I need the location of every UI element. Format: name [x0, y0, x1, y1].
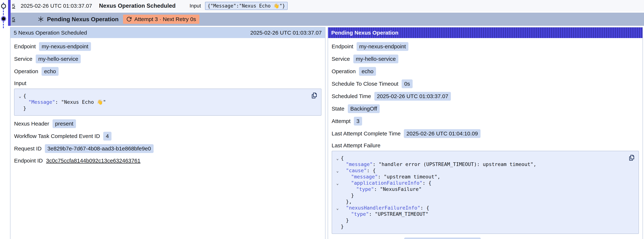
- code-line: "cause": {: [334, 168, 626, 174]
- collapse-chevron-icon[interactable]: [17, 93, 23, 99]
- field-value-badge: 3: [354, 117, 362, 126]
- pending-panel-body: Endpoint my-nexus-endpoint Service my-he…: [328, 38, 643, 239]
- field-scheduled-time: Scheduled Time 2025-02-26 UTC 01:03:37.0…: [332, 92, 639, 101]
- field-state: State BackingOff: [332, 104, 639, 113]
- field-value-badge: echo: [42, 67, 58, 76]
- field-request-id: Request ID 3e829b7e-7d67-4b08-aad3-b1e86…: [14, 144, 322, 153]
- json-key: "cause": [346, 168, 367, 173]
- timeline-current-dot: [1, 16, 6, 22]
- pending-panel-title: Pending Nexus Operation: [331, 30, 398, 36]
- event-row-scheduled[interactable]: 5 2025-02-26 UTC 01:03:37.07 Nexus Opera…: [10, 0, 644, 12]
- json-value: : "upstream timeout",: [378, 174, 440, 180]
- field-label: Workflow Task Completed Event ID: [14, 133, 100, 139]
- code-line: },: [334, 198, 626, 205]
- pending-operation-panel: Pending Nexus Operation Endpoint my-nexu…: [328, 27, 643, 239]
- field-attempt: Attempt 3: [332, 117, 639, 126]
- field-label: Scheduled Time: [332, 93, 371, 99]
- field-label: Endpoint: [14, 43, 36, 50]
- temporal-event-history-view: { "colors": { "accent_indigo": "#4b42d8"…: [0, 0, 644, 239]
- field-value-badge: my-nexus-endpoint: [39, 42, 91, 51]
- field-service: Service my-hello-service: [332, 54, 639, 63]
- scheduled-panel-body: Endpoint my-nexus-endpoint Service my-he…: [10, 38, 325, 169]
- retry-icon: [126, 16, 132, 22]
- json-value: : "handler error (UPSTREAM_TIMEOUT): ups…: [373, 162, 536, 167]
- event-row-pending[interactable]: 5 Pending Nexus Operation Attempt 3 · Ne…: [10, 13, 644, 26]
- field-operation: Operation echo: [332, 67, 639, 76]
- json-value: : {: [420, 205, 429, 211]
- field-label: Attempt: [332, 118, 350, 124]
- field-endpoint-id: Endpoint ID 3c0c75ccfa8144b092c13ce63246…: [14, 157, 322, 165]
- pending-asterisk-icon: [38, 16, 44, 22]
- field-label: Endpoint ID: [14, 158, 43, 164]
- json-value: : "UPSTREAM_TIMEOUT": [369, 211, 428, 217]
- collapse-chevron-icon[interactable]: [334, 205, 341, 211]
- field-value-badge: 4: [103, 132, 112, 140]
- code-line: }: [334, 224, 626, 230]
- event-input-preview-pill[interactable]: {"Message":"Nexus Echo 👋"}: [205, 2, 288, 10]
- retry-badge-text: Attempt 3 · Next Retry 0s: [134, 16, 196, 22]
- pending-event-id-link[interactable]: 5: [12, 16, 15, 22]
- event-id-link[interactable]: 5: [12, 3, 15, 9]
- code-line: "applicationFailureInfo": {: [334, 180, 626, 186]
- field-workflow-task-completed-event-id: Workflow Task Completed Event ID 4: [14, 132, 322, 140]
- field-label: Last Attempt Complete Time: [332, 130, 401, 137]
- json-punctuation: }: [341, 217, 349, 224]
- field-value-badge: 2025-02-26 UTC 01:04:10.09: [404, 129, 480, 138]
- retry-status-badge: Attempt 3 · Next Retry 0s: [123, 15, 199, 24]
- field-label: Service: [14, 56, 32, 62]
- json-key: "type": [351, 211, 369, 217]
- field-value-badge: my-nexus-endpoint: [356, 42, 408, 51]
- json-key: "type": [356, 186, 374, 192]
- field-value-badge: 2025-02-26 UTC 01:03:37.07: [374, 92, 451, 101]
- field-operation: Operation echo: [14, 67, 322, 76]
- code-line: "message": "upstream timeout",: [334, 174, 626, 180]
- field-value-badge: present: [52, 119, 76, 128]
- field-label: Endpoint: [332, 43, 353, 50]
- field-label: Service: [332, 56, 350, 62]
- field-label: Request ID: [14, 146, 42, 152]
- code-line: "nexusHandlerFailureInfo": {: [334, 205, 626, 211]
- field-value-badge: 2025-02-26 UTC 01:04:13.93: [404, 238, 481, 239]
- scheduled-panel-title: 5 Nexus Operation Scheduled: [14, 30, 87, 36]
- collapse-chevron-icon[interactable]: [334, 180, 341, 186]
- json-punctuation: {: [341, 155, 344, 161]
- field-value-badge: 3e829b7e-7d67-4b08-aad3-b1e868bfe9e0: [45, 144, 154, 153]
- field-value-badge: my-hello-service: [36, 54, 81, 63]
- endpoint-id-link[interactable]: 3c0c75ccfa8144b092c13ce632463761: [46, 158, 140, 164]
- event-history-rows: 5 2025-02-26 UTC 01:03:37.07 Nexus Opera…: [10, 0, 644, 26]
- field-endpoint: Endpoint my-nexus-endpoint: [14, 42, 322, 51]
- event-timestamp: 2025-02-26 UTC 01:03:37.07: [21, 3, 92, 9]
- field-value-badge: my-hello-service: [353, 54, 398, 63]
- copy-icon[interactable]: [628, 154, 635, 162]
- json-punctuation: },: [341, 198, 352, 205]
- scheduled-event-panel: 5 Nexus Operation Scheduled 2025-02-26 U…: [10, 27, 326, 239]
- last-attempt-failure-label: Last Attempt Failure: [332, 142, 639, 148]
- field-schedule-to-close-timeout: Schedule To Close Timeout 0s: [332, 80, 639, 88]
- pending-panel-header: Pending Nexus Operation: [328, 28, 643, 38]
- code-line: }: [334, 217, 626, 224]
- field-value-badge: 0s: [402, 80, 412, 88]
- json-key: "message": [346, 162, 373, 167]
- field-next-attempt-schedule-time: Next Attempt Schedule Time 2025-02-26 UT…: [332, 238, 639, 239]
- code-line: }: [17, 105, 308, 112]
- collapse-chevron-icon[interactable]: [334, 155, 341, 161]
- json-key: "message": [351, 174, 378, 180]
- json-value: : "NexusFailure": [374, 186, 422, 192]
- json-punctuation: {: [23, 93, 26, 99]
- selected-event-indicator-bar: [8, 0, 10, 26]
- event-name: Nexus Operation Scheduled: [99, 2, 176, 9]
- code-line: "message": "handler error (UPSTREAM_TIME…: [334, 161, 626, 168]
- code-line: {: [17, 93, 308, 99]
- json-value: : "Nexus Echo 👋": [55, 99, 106, 105]
- collapse-chevron-icon[interactable]: [334, 168, 341, 174]
- field-label: Schedule To Close Timeout: [332, 81, 398, 87]
- json-key: "applicationFailureInfo": [351, 180, 422, 186]
- field-nexus-header: Nexus Header present: [14, 119, 322, 128]
- code-line: "Message": "Nexus Echo 👋": [17, 99, 308, 105]
- failure-json-viewer: { "message": "handler error (UPSTREAM_TI…: [332, 151, 639, 234]
- field-value-badge: echo: [359, 67, 376, 76]
- input-json-viewer: { "Message": "Nexus Echo 👋" }: [14, 88, 322, 116]
- json-value: : {: [367, 168, 376, 173]
- json-punctuation: }: [341, 192, 354, 198]
- copy-icon[interactable]: [310, 92, 318, 99]
